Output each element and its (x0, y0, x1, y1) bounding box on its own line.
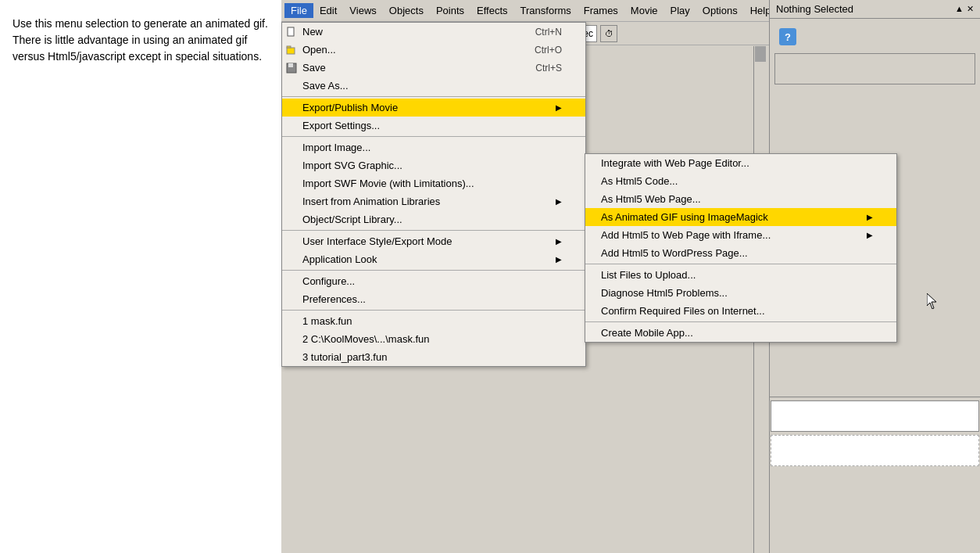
menu-recent-3[interactable]: 3 tutorial_part3.fun (282, 348, 585, 366)
menu-open[interactable]: Open... Ctrl+O (282, 41, 585, 59)
description-text: Use this menu selection to generate an a… (13, 16, 269, 65)
right-panel-title-text: Nothing Selected (776, 3, 853, 15)
export-divider-1 (585, 264, 896, 264)
menu-recent-3-label: 3 tutorial_part3.fun (302, 351, 387, 363)
animated-gif-arrow-icon: ▶ (867, 213, 873, 221)
insert-animation-arrow-icon: ▶ (556, 197, 562, 206)
time-icon[interactable]: ⏱ (600, 25, 617, 42)
menu-movie[interactable]: Movie (624, 3, 664, 18)
app-area: File Edit Views Objects Points Effects T… (281, 0, 980, 553)
close-right-panel-button[interactable]: ✕ (967, 4, 974, 14)
export-arrow-icon: ▶ (556, 103, 562, 112)
submenu-html5-code-label: As Html5 Code... (601, 175, 678, 187)
menu-recent-1[interactable]: 1 mask.fun (282, 312, 585, 330)
question-icon: ? (779, 28, 796, 45)
right-canvas-strip-2 (771, 435, 979, 466)
menu-objects[interactable]: Objects (383, 3, 430, 18)
left-panel: Use this menu selection to generate an a… (0, 0, 281, 553)
menu-app-look-label: Application Look (302, 253, 377, 265)
menu-play[interactable]: Play (664, 3, 696, 18)
menu-points[interactable]: Points (430, 3, 470, 18)
submenu-integrate-label: Integrate with Web Page Editor... (601, 157, 749, 169)
open-icon (285, 44, 298, 56)
divider-2 (282, 136, 585, 137)
submenu-wordpress[interactable]: Add Html5 to WordPress Page... (585, 244, 896, 262)
menu-import-image-label: Import Image... (302, 142, 370, 153)
ui-style-arrow-icon: ▶ (556, 237, 562, 246)
export-divider-2 (585, 321, 896, 322)
menu-import-svg[interactable]: Import SVG Graphic... (282, 156, 585, 174)
submenu-integrate[interactable]: Integrate with Web Page Editor... (585, 154, 896, 172)
menu-save[interactable]: Save Ctrl+S (282, 59, 585, 77)
pin-button[interactable]: ▲ (955, 4, 964, 14)
menu-transforms[interactable]: Transforms (514, 3, 578, 18)
submenu-list-files[interactable]: List Files to Upload... (585, 266, 896, 284)
svg-rect-8 (287, 46, 291, 48)
submenu-mobile-app-label: Create Mobile App... (601, 327, 693, 339)
menu-edit[interactable]: Edit (313, 3, 343, 18)
divider-4 (282, 270, 585, 271)
svg-rect-7 (287, 48, 295, 54)
menu-import-swf-label: Import SWF Movie (with Limitations)... (302, 178, 474, 189)
menu-effects[interactable]: Effects (470, 3, 514, 18)
menu-preferences-label: Preferences... (302, 293, 366, 305)
menu-new[interactable]: New Ctrl+N (282, 23, 585, 41)
submenu-iframe[interactable]: Add Html5 to Web Page with Iframe... ▶ (585, 226, 896, 244)
submenu-mobile-app[interactable]: Create Mobile App... (585, 324, 896, 342)
divider-3 (282, 230, 585, 231)
menu-new-shortcut: Ctrl+N (535, 27, 562, 38)
svg-rect-10 (288, 63, 293, 67)
menu-views[interactable]: Views (343, 3, 382, 18)
submenu-animated-gif[interactable]: As Animated GIF using ImageMagick ▶ (585, 208, 896, 226)
menu-ui-style-label: User Interface Style/Export Mode (302, 235, 452, 247)
app-look-arrow-icon: ▶ (556, 255, 562, 264)
submenu-html5-page-label: As Html5 Web Page... (601, 193, 701, 205)
menu-export-settings[interactable]: Export Settings... (282, 117, 585, 135)
submenu-html5-page[interactable]: As Html5 Web Page... (585, 190, 896, 208)
menu-app-look[interactable]: Application Look ▶ (282, 250, 585, 268)
new-icon (285, 26, 298, 38)
menu-ui-style[interactable]: User Interface Style/Export Mode ▶ (282, 232, 585, 250)
menu-preferences[interactable]: Preferences... (282, 290, 585, 308)
menu-save-as-label: Save As... (302, 80, 349, 92)
right-timeline (770, 397, 980, 490)
divider-1 (282, 96, 585, 97)
submenu-diagnose-label: Diagnose Html5 Problems... (601, 287, 728, 299)
submenu-list-files-label: List Files to Upload... (601, 269, 696, 281)
submenu-wordpress-label: Add Html5 to WordPress Page... (601, 247, 748, 259)
menu-configure[interactable]: Configure... (282, 272, 585, 290)
menu-configure-label: Configure... (302, 275, 355, 287)
iframe-arrow-icon: ▶ (867, 231, 873, 239)
menu-open-shortcut: Ctrl+O (535, 45, 562, 56)
menu-insert-animation-label: Insert from Animation Libraries (302, 196, 440, 207)
menu-export-label: Export/Publish Movie (302, 102, 398, 113)
menu-export-settings-label: Export Settings... (302, 120, 380, 131)
right-panel-header: Nothing Selected ▲ ✕ (770, 0, 980, 19)
menu-recent-1-label: 1 mask.fun (302, 315, 352, 327)
menu-new-label: New (302, 26, 323, 38)
menu-import-image[interactable]: Import Image... (282, 138, 585, 156)
menu-recent-2-label: 2 C:\KoolMoves\...\mask.fun (302, 333, 430, 345)
menu-recent-2[interactable]: 2 C:\KoolMoves\...\mask.fun (282, 330, 585, 348)
question-icon-container: ? (773, 22, 977, 52)
menu-import-swf[interactable]: Import SWF Movie (with Limitations)... (282, 174, 585, 192)
menu-save-as[interactable]: Save As... (282, 77, 585, 95)
menu-object-library-label: Object/Script Library... (302, 214, 402, 225)
menu-frames[interactable]: Frames (578, 3, 624, 18)
submenu-diagnose[interactable]: Diagnose Html5 Problems... (585, 284, 896, 302)
menu-save-label: Save (302, 62, 326, 74)
info-box-1 (774, 53, 975, 84)
menu-save-shortcut: Ctrl+S (535, 63, 562, 74)
menu-object-library[interactable]: Object/Script Library... (282, 210, 585, 228)
submenu-html5-code[interactable]: As Html5 Code... (585, 172, 896, 190)
menu-export[interactable]: Export/Publish Movie ▶ (282, 99, 585, 117)
menu-insert-animation[interactable]: Insert from Animation Libraries ▶ (282, 192, 585, 210)
menu-options[interactable]: Options (696, 3, 744, 18)
submenu-confirm[interactable]: Confirm Required Files on Internet... (585, 302, 896, 320)
menu-file[interactable]: File (284, 3, 313, 18)
submenu-animated-gif-label: As Animated GIF using ImageMagick (601, 211, 768, 223)
menu-import-svg-label: Import SVG Graphic... (302, 160, 402, 171)
export-submenu: Integrate with Web Page Editor... As Htm… (585, 153, 897, 343)
scrollbar-thumb[interactable] (755, 46, 766, 62)
save-icon (285, 62, 298, 74)
